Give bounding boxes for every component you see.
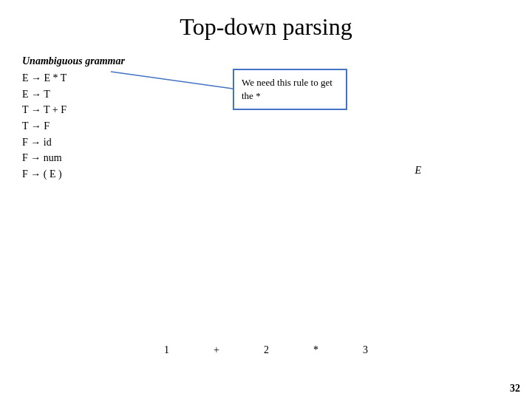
list-item: F → id [22, 134, 125, 151]
page-title: Top-down parsing [0, 0, 532, 48]
token-5: 3 [363, 344, 368, 356]
svg-line-0 [111, 72, 233, 89]
list-item: T → F [22, 118, 125, 134]
list-item: E → E * T [22, 70, 125, 86]
e-label: E [415, 165, 421, 177]
token-4: * [313, 344, 318, 356]
grammar-section: Unambiguous grammar E → E * T E → T T → … [22, 55, 125, 183]
list-item: T → T + F [22, 102, 125, 118]
callout-box: We need this rule to get the * [233, 69, 347, 110]
list-item: F → num [22, 150, 125, 166]
token-2: + [214, 344, 219, 356]
tokens-row: 1 + 2 * 3 [15, 344, 517, 356]
grammar-title: Unambiguous grammar [22, 55, 125, 67]
list-item: E → T [22, 86, 125, 103]
token-3: 2 [264, 344, 269, 356]
page-number: 32 [510, 383, 520, 395]
token-1: 1 [164, 344, 169, 356]
list-item: F → ( E ) [22, 166, 125, 183]
grammar-rules: E → E * T E → T T → T + F T → F F → id F… [22, 70, 125, 183]
